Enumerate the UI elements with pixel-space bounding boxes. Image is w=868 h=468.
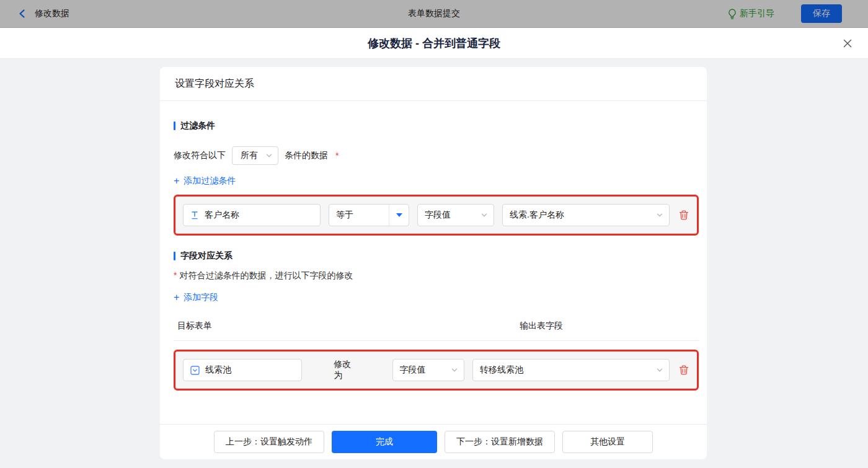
column-header-target-form: 目标表单 — [177, 320, 212, 332]
panel-footer: 上一步：设置触发动作 完成 下一步：设置新增数据 其他设置 — [160, 424, 707, 459]
chevron-down-icon — [265, 152, 273, 159]
mapping-field-value: 线索池 — [205, 364, 231, 376]
chevron-down-icon — [656, 211, 663, 219]
filter-section-title: 过滤条件 — [174, 120, 699, 131]
condition-suffix: 条件的数据 — [285, 150, 328, 161]
chevron-down-icon — [656, 366, 663, 374]
mapping-field-input[interactable]: 线索池 — [183, 359, 302, 381]
back-button[interactable]: 修改数据 — [17, 8, 69, 19]
column-header-output-field: 输出表字段 — [520, 320, 563, 332]
add-filter-condition-label: 添加过滤条件 — [184, 175, 236, 187]
beginner-guide-link[interactable]: 新手引导 — [728, 8, 774, 19]
condition-row: 修改符合以下 所有 条件的数据 * — [174, 146, 699, 165]
filter-condition-row: 客户名称 等于 字段值 线索.客户名称 — [174, 195, 699, 236]
mapping-column-headers: 目标表单 输出表字段 — [174, 320, 699, 333]
mapping-value-type-value: 字段值 — [400, 364, 426, 376]
filter-section-label: 过滤条件 — [180, 120, 215, 131]
filter-field-value: 客户名称 — [205, 210, 239, 221]
other-settings-button[interactable]: 其他设置 — [562, 431, 653, 453]
filter-value-select[interactable]: 线索.客户名称 — [502, 204, 670, 226]
filter-value-type-value: 字段值 — [425, 210, 451, 221]
chevron-down-icon — [480, 211, 488, 219]
back-label: 修改数据 — [35, 8, 69, 19]
required-mark: * — [174, 270, 177, 280]
modify-to-label: 修改为 — [334, 359, 359, 381]
settings-panel: 设置字段对应关系 过滤条件 修改符合以下 所有 条件的数据 * + — [160, 67, 707, 459]
modal: 修改数据 - 合并到普通字段 设置字段对应关系 过滤条件 修改符合以下 所有 — [0, 28, 868, 468]
delete-filter-button[interactable] — [678, 210, 689, 221]
chevron-down-icon — [451, 366, 458, 374]
topbar-title: 表单数据提交 — [408, 8, 460, 19]
trash-icon — [678, 364, 689, 376]
add-field-link[interactable]: + 添加字段 — [174, 292, 218, 303]
condition-mode-value: 所有 — [241, 150, 258, 161]
mapping-description-text: 对符合过滤条件的数据，进行以下字段的修改 — [179, 270, 353, 280]
mapping-row: 线索池 修改为 字段值 转移线索池 — [174, 350, 699, 391]
section-marker — [174, 252, 175, 260]
section-marker — [174, 121, 175, 130]
dropdown-field-icon — [190, 366, 200, 375]
topbar: 修改数据 表单数据提交 新手引导 保存 — [0, 0, 868, 28]
delete-mapping-button[interactable] — [678, 364, 689, 376]
panel-title: 设置字段对应关系 — [160, 67, 707, 101]
save-button[interactable]: 保存 — [801, 4, 842, 23]
mapping-section-title: 字段对应关系 — [174, 250, 699, 262]
filter-operator-select[interactable]: 等于 — [329, 204, 409, 226]
mapping-value-value: 转移线索池 — [480, 364, 523, 376]
trash-icon — [678, 210, 689, 221]
done-button[interactable]: 完成 — [332, 431, 437, 453]
column-divider — [174, 340, 699, 341]
close-icon[interactable] — [843, 38, 852, 48]
beginner-guide-label: 新手引导 — [740, 8, 774, 19]
modal-header: 修改数据 - 合并到普通字段 — [0, 28, 868, 59]
condition-prefix: 修改符合以下 — [174, 150, 226, 161]
filter-value-value: 线索.客户名称 — [510, 210, 564, 221]
mapping-value-type-select[interactable]: 字段值 — [392, 359, 464, 381]
plus-icon: + — [174, 176, 179, 186]
mapping-description: *对符合过滤条件的数据，进行以下字段的修改 — [174, 270, 699, 281]
filter-operator-value: 等于 — [329, 210, 389, 221]
caret-down-icon[interactable] — [389, 205, 409, 226]
chevron-left-icon — [17, 9, 27, 19]
filter-field-input[interactable]: 客户名称 — [183, 204, 321, 226]
condition-mode-select[interactable]: 所有 — [232, 146, 278, 165]
add-field-label: 添加字段 — [184, 292, 218, 303]
modal-title: 修改数据 - 合并到普通字段 — [368, 36, 500, 51]
mapping-section-label: 字段对应关系 — [180, 250, 232, 262]
mapping-value-select[interactable]: 转移线索池 — [472, 359, 670, 381]
required-mark: * — [335, 151, 339, 161]
plus-icon: + — [174, 293, 179, 302]
text-field-icon — [190, 211, 199, 219]
add-filter-condition-link[interactable]: + 添加过滤条件 — [174, 175, 236, 187]
next-step-button[interactable]: 下一步：设置新增数据 — [445, 431, 555, 453]
lightbulb-icon — [728, 9, 737, 19]
filter-value-type-select[interactable]: 字段值 — [417, 204, 494, 226]
prev-step-button[interactable]: 上一步：设置触发动作 — [214, 431, 324, 453]
